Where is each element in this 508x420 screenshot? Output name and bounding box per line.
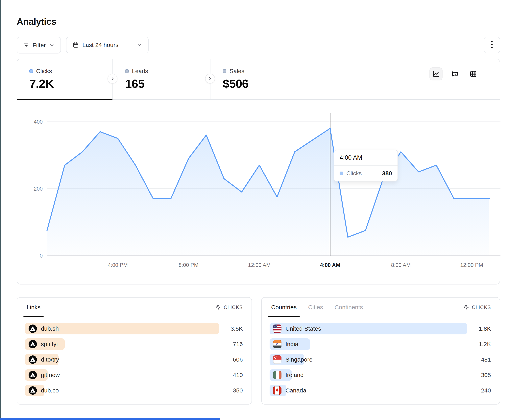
table-row[interactable]: Canada240 <box>269 385 491 396</box>
row-label: Canada <box>285 387 306 394</box>
tab-links[interactable]: Links <box>27 297 40 317</box>
table-row[interactable]: dub.sh3.5K <box>25 323 243 334</box>
row-label: dub.sh <box>41 325 59 332</box>
line-chart-view-button[interactable] <box>429 67 442 80</box>
leads-tab-value: 165 <box>125 77 210 91</box>
tab-continents[interactable]: Continents <box>335 297 363 317</box>
row-content: Canada <box>269 385 467 396</box>
y-axis-tick: 0 <box>40 253 43 259</box>
tab-sales[interactable]: Sales $506 <box>210 59 309 100</box>
table-row[interactable]: Ireland305 <box>269 369 491 381</box>
us-flag-icon <box>273 325 282 333</box>
row-label: dub.co <box>41 387 59 394</box>
date-range-button[interactable]: Last 24 hours <box>66 37 149 53</box>
x-axis-tick: 12:00 PM <box>460 262 483 268</box>
row-value: 240 <box>467 387 491 394</box>
clicks-tab-value: 7.2K <box>29 77 112 91</box>
row-content: dub.sh <box>25 323 219 334</box>
expand-leads-sales-button[interactable] <box>205 74 215 84</box>
tooltip-time: 4:00 AM <box>334 150 397 166</box>
stats-tabs-row: Clicks 7.2K Leads 165 Sales $506 <box>17 59 500 100</box>
row-value: 3.5K <box>219 325 243 332</box>
expand-clicks-leads-button[interactable] <box>107 74 117 84</box>
clicks-legend-icon <box>29 69 33 73</box>
table-grid-icon <box>469 70 477 78</box>
table-row[interactable]: Singapore481 <box>269 354 491 365</box>
row-content: India <box>269 338 467 350</box>
chevron-down-icon <box>49 42 54 48</box>
cursor-click-icon <box>216 304 221 310</box>
dub-logo-icon <box>29 386 37 395</box>
x-axis-tick: 4:00 PM <box>108 262 128 268</box>
tab-leads[interactable]: Leads 165 <box>112 59 210 100</box>
tooltip-series-label: Clicks <box>346 170 379 177</box>
table-row[interactable]: United States1.8K <box>269 323 491 334</box>
tab-clicks[interactable]: Clicks 7.2K <box>17 59 112 100</box>
tab-cities[interactable]: Cities <box>308 297 323 317</box>
filter-icon <box>23 42 29 48</box>
funnel-view-button[interactable] <box>448 67 461 80</box>
table-row[interactable]: dub.co350 <box>25 385 243 396</box>
countries-metric[interactable]: CLICKS <box>463 304 491 310</box>
links-rows: dub.sh3.5Kspti.fyi716d.to/try606git.new4… <box>17 317 252 396</box>
x-axis-tick: 4:00 AM <box>320 262 340 268</box>
row-label: spti.fyi <box>41 341 58 348</box>
row-bar-area: Canada <box>269 385 467 396</box>
table-row[interactable]: git.new410 <box>25 369 243 381</box>
table-view-button[interactable] <box>467 67 480 80</box>
dub-logo-icon <box>29 340 37 348</box>
row-content: spti.fyi <box>25 338 219 350</box>
more-options-button[interactable] <box>484 37 500 53</box>
kebab-menu-icon <box>489 41 495 49</box>
sg-flag-icon <box>273 355 282 364</box>
row-label: United States <box>285 325 321 332</box>
row-value: 1.8K <box>467 325 491 332</box>
filter-button[interactable]: Filter <box>17 37 61 53</box>
x-axis-tick: 12:00 AM <box>248 262 270 268</box>
row-content: Ireland <box>269 369 467 381</box>
row-label: India <box>285 341 298 348</box>
countries-panel-header: CountriesCitiesContinents CLICKS <box>262 297 500 317</box>
clicks-tab-label: Clicks <box>36 68 52 74</box>
row-label: d.to/try <box>41 356 59 363</box>
links-panel-header: Links CLICKS <box>17 297 252 317</box>
ca-flag-icon <box>273 386 282 395</box>
table-row[interactable]: d.to/try606 <box>25 354 243 365</box>
line-chart-icon <box>432 70 440 78</box>
row-value: 410 <box>219 372 243 378</box>
chart-type-toolbar <box>429 67 480 80</box>
row-content: dub.co <box>25 385 219 396</box>
sales-tab-value: $506 <box>223 77 309 91</box>
clicks-chart[interactable]: 02004004:00 PM8:00 PM12:00 AM4:00 AM8:00… <box>17 113 501 274</box>
links-metric[interactable]: CLICKS <box>216 304 243 310</box>
leads-legend-icon <box>125 69 129 73</box>
row-bar-area: git.new <box>25 369 219 381</box>
links-panel-tabs: Links <box>27 297 40 317</box>
countries-panel-tabs: CountriesCitiesContinents <box>271 297 363 317</box>
row-value: 1.2K <box>467 341 491 348</box>
countries-panel: CountriesCitiesContinents CLICKS United … <box>261 297 500 405</box>
table-row[interactable]: spti.fyi716 <box>25 338 243 350</box>
filter-button-label: Filter <box>32 42 46 49</box>
row-value: 606 <box>219 356 243 363</box>
sales-tab-label: Sales <box>230 68 244 74</box>
date-range-label: Last 24 hours <box>82 42 119 48</box>
row-bar-area: Ireland <box>269 369 467 381</box>
row-bar-area: United States <box>269 323 467 334</box>
row-bar-area: spti.fyi <box>25 338 219 350</box>
x-axis-tick: 8:00 AM <box>391 262 411 268</box>
funnel-chart-icon <box>451 70 459 78</box>
row-content: United States <box>269 323 467 334</box>
tooltip-value: 380 <box>382 170 392 177</box>
window-left-edge <box>0 0 1 420</box>
countries-rows: United States1.8KIndia1.2KSingapore481Ir… <box>262 317 500 396</box>
ie-flag-icon <box>273 371 282 379</box>
row-bar-area: d.to/try <box>25 354 219 365</box>
links-metric-label: CLICKS <box>224 304 243 310</box>
table-row[interactable]: India1.2K <box>269 338 491 350</box>
row-bar-area: Singapore <box>269 354 467 365</box>
tab-countries[interactable]: Countries <box>271 297 297 317</box>
controls-row: Filter Last 24 hours <box>17 37 500 53</box>
leads-tab-label: Leads <box>132 68 148 74</box>
chevron-down-icon <box>137 42 142 48</box>
